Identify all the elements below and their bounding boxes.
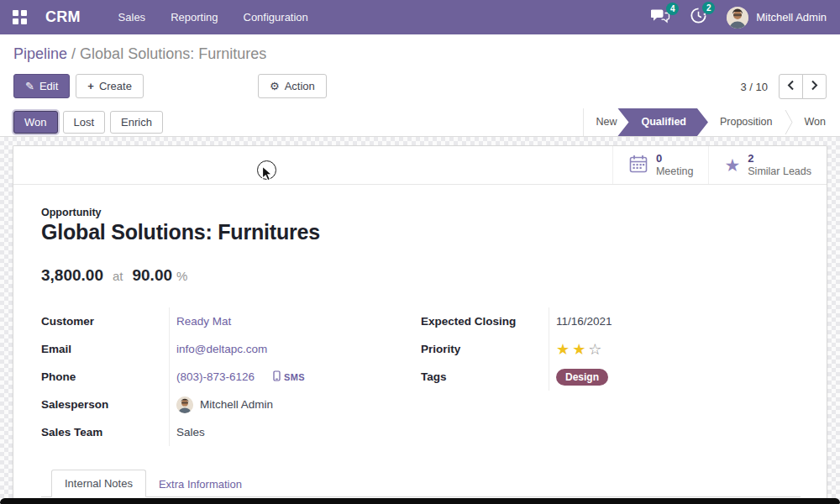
crm-app-window: CRM Sales Reporting Configuration 4 <box>0 0 840 504</box>
messages-button[interactable]: 4 <box>651 8 670 27</box>
control-panel: Pipeline / Global Solutions: Furnitures … <box>0 34 840 108</box>
probability-value: 90.00 <box>132 266 172 285</box>
priority-stars: ★★☆ <box>549 335 807 363</box>
salesperson-label: Salesperson <box>41 398 169 411</box>
pager-previous-button[interactable] <box>779 74 803 99</box>
field-row-sales-team: Sales Team Sales <box>41 418 402 446</box>
salesperson-value: Mitchell Admin <box>200 398 273 411</box>
tag-pill: Design <box>556 369 608 386</box>
opportunity-form-card: 0 Meeting ★ 2 Similar Leads Opportunity … <box>13 145 827 504</box>
chevron-left-icon <box>787 79 795 94</box>
user-menu[interactable]: Mitchell Admin <box>727 7 827 29</box>
notebook-tabs: Internal Notes Extra Information <box>41 469 801 497</box>
tags-label: Tags <box>421 370 549 383</box>
menu-configuration[interactable]: Configuration <box>231 0 321 34</box>
priority-star[interactable]: ☆ <box>588 342 601 357</box>
field-row-salesperson: Salesperson Mitchell Admin <box>41 391 402 418</box>
won-button[interactable]: Won <box>13 111 58 134</box>
percent-sign: % <box>176 269 187 283</box>
customer-link[interactable]: Ready Mat <box>176 315 231 328</box>
sales-team-value: Sales <box>176 426 205 438</box>
menu-reporting[interactable]: Reporting <box>158 0 230 34</box>
breadcrumb-current: Global Solutions: Furnitures <box>80 45 266 62</box>
field-row-expected-closing: Expected Closing 11/16/2021 <box>421 307 807 335</box>
send-sms-button[interactable]: SMS <box>273 370 305 384</box>
form-buttons: ✎ Edit + Create <box>13 74 144 98</box>
activities-button[interactable]: 2 <box>690 8 706 27</box>
messages-badge: 4 <box>666 3 679 15</box>
priority-label: Priority <box>421 343 549 355</box>
priority-star[interactable]: ★ <box>556 342 570 357</box>
pager-value[interactable]: 3 / 10 <box>740 81 768 93</box>
record-pager: 3 / 10 <box>740 74 827 99</box>
window-bottom-edge <box>0 498 840 504</box>
enrich-button[interactable]: Enrich <box>110 111 163 134</box>
breadcrumb: Pipeline / Global Solutions: Furnitures <box>13 45 266 63</box>
meeting-stat-button[interactable]: 0 Meeting <box>612 146 708 184</box>
pager-next-button[interactable] <box>802 74 827 99</box>
tab-extra-information[interactable]: Extra Information <box>146 471 255 497</box>
mouse-cursor-icon <box>261 165 274 186</box>
calendar-icon <box>628 154 648 177</box>
stage-separator-icon <box>785 108 793 136</box>
opportunity-title: Global Solutions: Furnitures <box>41 220 320 244</box>
stat-button-bar: 0 Meeting ★ 2 Similar Leads <box>13 146 827 185</box>
lost-button[interactable]: Lost <box>63 111 106 134</box>
similar-leads-count: 2 <box>748 152 811 165</box>
chevron-right-icon <box>811 79 818 94</box>
create-button[interactable]: + Create <box>76 74 144 98</box>
statusbar-buttons: Won Lost Enrich <box>13 111 163 134</box>
top-navbar: CRM Sales Reporting Configuration 4 <box>0 0 840 34</box>
stage-won[interactable]: Won <box>793 108 840 136</box>
field-row-email: Email info@deltapc.com <box>41 335 402 363</box>
statusbar: Won Lost Enrich New Qualified Propositio… <box>0 108 840 137</box>
field-row-tags: Tags Design <box>421 363 807 391</box>
star-icon: ★ <box>724 156 740 174</box>
breadcrumb-pipeline[interactable]: Pipeline <box>13 45 67 62</box>
tab-internal-notes[interactable]: Internal Notes <box>51 470 146 497</box>
field-group-right: Expected Closing 11/16/2021 Priority ★★☆… <box>421 307 807 391</box>
meeting-label: Meeting <box>656 165 693 179</box>
email-link[interactable]: info@deltapc.com <box>176 343 267 355</box>
user-name: Mitchell Admin <box>756 11 827 24</box>
similar-leads-stat-button[interactable]: ★ 2 Similar Leads <box>708 146 827 184</box>
email-label: Email <box>41 343 169 355</box>
stage-qualified[interactable]: Qualified <box>617 108 707 136</box>
content-background: 0 Meeting ★ 2 Similar Leads Opportunity … <box>0 137 840 504</box>
menu-sales[interactable]: Sales <box>106 0 159 34</box>
customer-label: Customer <box>41 315 169 328</box>
record-type-label: Opportunity <box>41 207 102 218</box>
expected-revenue-line: 3,800.00 at 90.00 % <box>41 266 187 285</box>
field-row-phone: Phone (803)-873-6126 SMS <box>41 363 402 391</box>
main-menu: Sales Reporting Configuration <box>106 0 321 34</box>
navbar-right: 4 2 <box>651 7 840 29</box>
action-button[interactable]: ⚙ Action <box>258 74 327 98</box>
sms-label: SMS <box>284 372 305 382</box>
sales-team-label: Sales Team <box>41 426 169 438</box>
expected-closing-value: 11/16/2021 <box>556 315 612 328</box>
similar-leads-label: Similar Leads <box>748 165 811 179</box>
at-label: at <box>113 269 123 283</box>
pencil-icon: ✎ <box>25 81 34 92</box>
priority-star[interactable]: ★ <box>572 342 585 357</box>
app-name[interactable]: CRM <box>45 8 81 26</box>
field-row-priority: Priority ★★☆ <box>421 335 807 363</box>
expected-revenue: 3,800.00 <box>41 266 103 285</box>
gear-icon: ⚙ <box>270 81 280 92</box>
expected-closing-label: Expected Closing <box>421 315 549 328</box>
phone-link[interactable]: (803)-873-6126 <box>176 370 255 383</box>
breadcrumb-separator: / <box>71 45 76 62</box>
salesperson-avatar <box>176 396 193 413</box>
field-group-left: Customer Ready Mat Email info@deltapc.co… <box>41 307 402 446</box>
user-avatar <box>727 7 748 29</box>
edit-button[interactable]: ✎ Edit <box>13 74 70 98</box>
field-row-customer: Customer Ready Mat <box>41 307 402 335</box>
activities-badge: 2 <box>702 2 715 14</box>
phone-label: Phone <box>41 370 169 383</box>
stage-pipeline: New Qualified Proposition Won <box>583 108 840 136</box>
apps-menu-icon[interactable] <box>13 10 27 24</box>
meeting-count: 0 <box>656 152 693 165</box>
mobile-phone-icon <box>273 370 281 384</box>
stage-proposition[interactable]: Proposition <box>708 108 785 136</box>
plus-icon: + <box>87 81 94 92</box>
